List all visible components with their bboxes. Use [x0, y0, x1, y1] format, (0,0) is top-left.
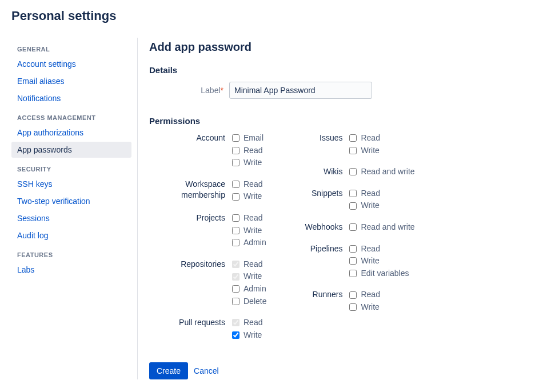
perm-option-label: Write: [361, 200, 379, 211]
sidebar-item-labs[interactable]: Labs: [11, 262, 131, 278]
sidebar-group-heading: FEATURES: [17, 251, 131, 258]
perm-option[interactable]: Read: [349, 289, 380, 301]
sidebar-item-app-authorizations[interactable]: App authorizations: [11, 125, 131, 141]
perm-options: Read and write: [349, 166, 414, 178]
perm-checkbox[interactable]: [349, 245, 357, 253]
perm-option[interactable]: Write: [349, 200, 380, 211]
perm-option[interactable]: Write: [232, 191, 262, 202]
details-heading: Details: [149, 65, 524, 75]
perm-option[interactable]: Edit variables: [349, 268, 409, 279]
perm-checkbox[interactable]: [232, 298, 239, 305]
perm-option-label: Read: [243, 179, 262, 190]
perm-checkbox[interactable]: [232, 134, 239, 142]
perm-group-label: Runners: [289, 289, 349, 313]
perm-option[interactable]: Read: [349, 188, 380, 199]
perm-checkbox[interactable]: [349, 134, 357, 142]
perm-group-label: Pipelines: [289, 243, 349, 279]
perm-option-label: Write: [243, 191, 262, 202]
perm-option-label: Write: [361, 145, 379, 157]
permissions-heading: Permissions: [149, 116, 524, 126]
perm-option[interactable]: Read: [232, 259, 266, 270]
perm-option-label: Admin: [243, 283, 266, 295]
perm-checkbox[interactable]: [349, 257, 357, 265]
perm-option[interactable]: Read: [232, 213, 266, 224]
perm-option[interactable]: Write: [349, 145, 380, 157]
perm-checkbox[interactable]: [232, 285, 239, 293]
perm-checkbox[interactable]: [349, 270, 357, 277]
perm-option-label: Read: [243, 317, 262, 329]
perm-checkbox[interactable]: [349, 190, 357, 197]
perm-option-label: Admin: [243, 237, 266, 249]
perm-checkbox[interactable]: [232, 331, 239, 339]
perm-checkbox[interactable]: [232, 181, 239, 188]
perm-option[interactable]: Delete: [232, 296, 266, 307]
perm-group-label: Projects: [149, 213, 232, 249]
perm-group-label: Workspace membership: [149, 179, 232, 202]
perm-group-label: Pull requests: [149, 317, 232, 341]
perm-option[interactable]: Admin: [232, 283, 266, 295]
perm-option[interactable]: Write: [232, 225, 266, 237]
perm-option[interactable]: Read: [349, 133, 380, 144]
perm-option[interactable]: Read: [232, 145, 263, 157]
sidebar-item-account-settings[interactable]: Account settings: [11, 56, 131, 72]
layout-container: GENERALAccount settingsEmail aliasesNoti…: [11, 38, 524, 379]
permissions-wrap: AccountEmailReadWriteWorkspace membershi…: [149, 133, 524, 351]
perm-option[interactable]: Write: [232, 330, 262, 341]
sidebar-item-ssh-keys[interactable]: SSH keys: [11, 176, 131, 192]
perm-checkbox[interactable]: [349, 291, 357, 299]
sidebar: GENERALAccount settingsEmail aliasesNoti…: [11, 38, 137, 379]
perm-option-label: Read: [361, 188, 380, 199]
perm-option[interactable]: Write: [232, 157, 263, 169]
perm-checkbox[interactable]: [349, 168, 357, 175]
perm-checkbox[interactable]: [232, 193, 239, 201]
perm-checkbox[interactable]: [349, 202, 357, 210]
sidebar-item-notifications[interactable]: Notifications: [11, 90, 131, 106]
perm-options: ReadWriteAdmin: [232, 213, 266, 249]
perm-group-repositories: RepositoriesReadWriteAdminDelete: [149, 259, 266, 307]
sidebar-item-two-step-verification[interactable]: Two-step verification: [11, 193, 131, 209]
actions-row: Create Cancel: [149, 362, 524, 379]
perm-checkbox[interactable]: [232, 159, 239, 166]
perm-group-webhooks: WebhooksRead and write: [289, 222, 414, 233]
sidebar-group-heading: ACCESS MANAGEMENT: [17, 114, 131, 121]
perm-option-label: Read and write: [361, 222, 414, 233]
sidebar-item-email-aliases[interactable]: Email aliases: [11, 73, 131, 89]
perm-checkbox[interactable]: [349, 303, 357, 311]
perm-option-label: Write: [361, 255, 379, 267]
perm-group-pipelines: PipelinesReadWriteEdit variables: [289, 243, 414, 279]
sidebar-item-sessions[interactable]: Sessions: [11, 210, 131, 226]
cancel-button[interactable]: Cancel: [194, 366, 219, 375]
perm-checkbox[interactable]: [232, 214, 239, 222]
perm-group-label: Issues: [289, 133, 349, 156]
perm-checkbox[interactable]: [349, 223, 357, 231]
perm-option[interactable]: Admin: [232, 237, 266, 249]
perm-option[interactable]: Email: [232, 133, 263, 144]
perm-checkbox: [232, 319, 239, 326]
sidebar-item-app-passwords[interactable]: App passwords: [11, 142, 131, 158]
perm-option[interactable]: Read and write: [349, 166, 414, 178]
perm-option-label: Edit variables: [361, 268, 409, 279]
perm-option[interactable]: Write: [232, 271, 266, 282]
perm-checkbox[interactable]: [349, 147, 357, 154]
label-input[interactable]: [229, 82, 372, 99]
perm-option[interactable]: Write: [349, 255, 409, 267]
create-button[interactable]: Create: [149, 362, 188, 379]
label-field-label: Label*: [149, 86, 229, 95]
perm-checkbox[interactable]: [232, 147, 239, 154]
sidebar-item-audit-log[interactable]: Audit log: [11, 227, 131, 243]
perm-checkbox[interactable]: [232, 227, 239, 234]
perm-group-issues: IssuesReadWrite: [289, 133, 414, 156]
perm-option[interactable]: Read and write: [349, 222, 414, 233]
required-indicator: *: [221, 86, 223, 95]
perm-checkbox[interactable]: [232, 239, 239, 246]
perm-option-label: Read: [243, 259, 262, 270]
perm-options: ReadWrite: [232, 317, 262, 341]
perm-option-label: Write: [243, 225, 262, 237]
perm-option[interactable]: Read: [232, 179, 262, 190]
perm-option-label: Read: [361, 133, 380, 144]
perm-option-label: Read: [243, 213, 262, 224]
perm-option[interactable]: Read: [349, 243, 409, 255]
perm-option[interactable]: Write: [349, 302, 380, 313]
perm-checkbox: [232, 273, 239, 281]
perm-option[interactable]: Read: [232, 317, 262, 329]
